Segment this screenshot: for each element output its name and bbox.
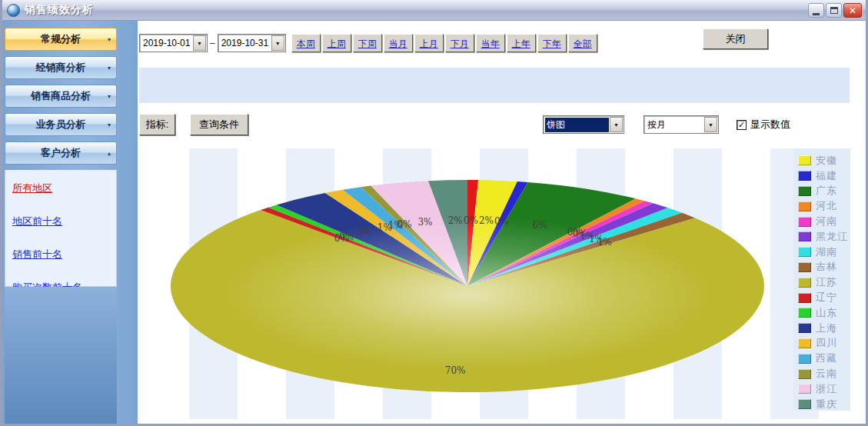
legend-label: 云南 <box>816 367 837 381</box>
legend-swatch <box>798 308 811 318</box>
info-panel <box>139 68 850 103</box>
quick-range-button[interactable]: 上周 <box>322 34 351 52</box>
chevron-down-icon[interactable]: ▼ <box>193 35 206 51</box>
legend-swatch <box>798 231 811 241</box>
sidebar-group-button[interactable]: 销售商品分析▾ <box>5 85 117 108</box>
legend-label: 黑龙江 <box>816 230 848 244</box>
minimize-button[interactable] <box>808 3 824 18</box>
maximize-button[interactable] <box>826 3 842 18</box>
close-window-button[interactable]: ✕ <box>843 3 862 18</box>
quick-range-button[interactable]: 本周 <box>291 34 321 52</box>
globe-icon <box>7 4 20 17</box>
sidebar-group-button[interactable]: 经销商分析▾ <box>5 56 117 79</box>
legend-item: 湖南 <box>798 245 848 260</box>
quick-range-button[interactable]: 当月 <box>384 34 413 52</box>
legend-label: 广东 <box>816 184 837 198</box>
chart-type-select[interactable]: 饼图 ▼ <box>543 115 624 134</box>
quick-range-button[interactable]: 下周 <box>353 34 382 52</box>
sidebar-link[interactable]: 地区前十名 <box>12 215 116 228</box>
pie-chart: 0%2%0%6%0%0%1%1%1%70%0%0%3%1%1%0%3%2% <box>141 148 860 419</box>
sidebar: 常规分析▾经销商分析▾销售商品分析▾业务员分析▾客户分析▴ 所有地区地区前十名销… <box>2 21 138 424</box>
legend-swatch <box>798 399 811 409</box>
quick-range-button[interactable]: 当年 <box>476 34 505 52</box>
legend-label: 湖南 <box>816 245 837 259</box>
date-toolbar: 2019-10-01 ▼ – 2019-10-31 ▼ 本周上周下周当月上月下月… <box>139 34 599 52</box>
legend-label: 吉林 <box>816 260 837 274</box>
legend-swatch <box>798 247 811 257</box>
date-from-select[interactable]: 2019-10-01 ▼ <box>139 34 208 52</box>
legend-item: 西藏 <box>798 351 848 366</box>
legend-swatch <box>798 171 811 181</box>
legend-label: 山东 <box>816 306 837 320</box>
chevron-up-icon: ▴ <box>108 150 111 157</box>
quick-range-button[interactable]: 上月 <box>414 34 444 52</box>
pie-value-label: 0% <box>397 219 412 230</box>
chevron-down-icon[interactable]: ▼ <box>271 35 284 51</box>
legend-item: 四川 <box>798 336 848 351</box>
pie-value-label: 3% <box>417 217 432 228</box>
legend-item: 福建 <box>798 168 848 184</box>
legend-label: 重庆 <box>816 398 837 411</box>
date-range-separator: – <box>210 38 215 48</box>
legend-label: 福建 <box>816 169 837 183</box>
legend-label: 浙江 <box>816 382 837 396</box>
show-values-checkbox[interactable]: ✓ 显示数值 <box>737 118 790 131</box>
chevron-down-icon[interactable]: ▼ <box>610 117 623 132</box>
sidebar-link[interactable]: 销售前十名 <box>12 248 116 261</box>
legend-swatch <box>798 369 811 379</box>
legend-item: 河南 <box>798 214 848 229</box>
pie-value-label: 1% <box>597 237 612 248</box>
legend-label: 上海 <box>816 321 837 335</box>
pie-value-label: 0% <box>494 216 509 227</box>
chevron-down-icon[interactable]: ▼ <box>704 117 717 132</box>
metric-button[interactable]: 指标: <box>139 114 175 135</box>
sidebar-group-button[interactable]: 业务员分析▾ <box>5 113 117 136</box>
pie-value-label: 0% <box>464 215 478 226</box>
period-value: 按月 <box>646 118 703 132</box>
sidebar-group-label: 经销商分析 <box>36 61 86 75</box>
checkbox-check-icon[interactable]: ✓ <box>737 120 747 130</box>
main-content: 2019-10-01 ▼ – 2019-10-31 ▼ 本周上周下周当月上月下月… <box>138 21 866 424</box>
legend-swatch <box>798 201 811 211</box>
minimize-icon <box>813 13 820 15</box>
legend-label: 河北 <box>816 199 837 213</box>
legend-swatch <box>798 217 811 227</box>
chevron-down-icon: ▾ <box>108 36 111 43</box>
query-conditions-button[interactable]: 查询条件 <box>190 114 248 135</box>
pie-value-label: 2% <box>448 215 463 226</box>
show-values-label: 显示数值 <box>750 118 790 131</box>
period-select[interactable]: 按月 ▼ <box>644 115 719 134</box>
quick-range-button[interactable]: 下年 <box>537 34 567 52</box>
maximize-icon <box>830 7 838 14</box>
chart-type-value: 饼图 <box>545 118 609 132</box>
date-to-value: 2019-10-31 <box>218 38 271 48</box>
pie-sheen <box>221 218 713 371</box>
date-to-select[interactable]: 2019-10-31 ▼ <box>218 34 286 52</box>
sidebar-group-button[interactable]: 常规分析▾ <box>5 28 117 51</box>
legend-item: 广东 <box>798 184 848 199</box>
close-button[interactable]: 关闭 <box>703 28 768 49</box>
close-icon: ✕ <box>849 5 856 16</box>
legend-item: 安徽 <box>798 153 848 168</box>
pie-value-label: 0% <box>339 231 354 242</box>
sidebar-footer <box>5 287 117 424</box>
pie-value-label: 6% <box>533 220 547 231</box>
legend-item: 云南 <box>798 366 848 381</box>
legend-label: 四川 <box>816 336 837 350</box>
legend-item: 黑龙江 <box>798 229 848 245</box>
legend-item: 吉林 <box>798 260 848 275</box>
quick-range-buttons: 本周上周下周当月上月下月当年上年下年全部 <box>291 34 599 52</box>
pie-value-label: 3% <box>356 226 371 237</box>
quick-range-button[interactable]: 上年 <box>507 34 536 52</box>
quick-range-button[interactable]: 全部 <box>568 34 597 52</box>
sidebar-group-button[interactable]: 客户分析▴ <box>5 141 117 165</box>
sidebar-link[interactable]: 所有地区 <box>12 181 116 195</box>
sidebar-group-label: 客户分析 <box>41 146 81 160</box>
sidebar-groups: 常规分析▾经销商分析▾销售商品分析▾业务员分析▾客户分析▴ <box>5 28 117 170</box>
sidebar-links-panel: 所有地区地区前十名销售前十名购买次数前十名 <box>5 170 117 287</box>
legend-item: 上海 <box>798 321 848 336</box>
quick-range-button[interactable]: 下月 <box>445 34 474 52</box>
legend-label: 河南 <box>816 215 837 228</box>
app-window: 销售绩效分析 ✕ 常规分析▾经销商分析▾销售商品分析▾业务员分析▾客户分析▴ 所… <box>0 0 868 426</box>
options-toolbar: 指标: 查询条件 饼图 ▼ 按月 ▼ ✓ 显示数值 <box>138 114 866 137</box>
